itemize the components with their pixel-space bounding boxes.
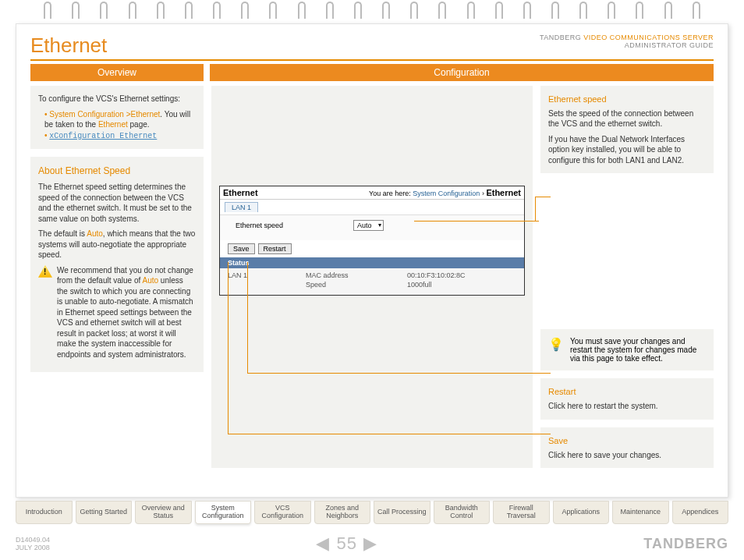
doc-info: D14049.04 JULY 2008 — [16, 536, 50, 551]
nav-call-processing[interactable]: Call Processing — [374, 501, 430, 524]
next-page-arrow[interactable]: ▶ — [363, 533, 377, 554]
ss-restart-button[interactable]: Restart — [258, 243, 292, 254]
page-header: Ethernet TANDBERG VIDEO COMMUNICATIONS S… — [30, 34, 714, 61]
ss-lan-tab[interactable]: LAN 1 — [225, 202, 258, 212]
nav-maintenance[interactable]: Maintenance — [612, 501, 669, 524]
prev-page-arrow[interactable]: ◀ — [316, 533, 330, 554]
configuration-column: Ethernet You are here: System Configurat… — [211, 86, 533, 468]
about-ethernet-speed: About Ethernet Speed The Ethernet speed … — [30, 157, 204, 372]
config-instructions: To configure the VCS's Ethernet settings… — [30, 86, 204, 149]
section-tabs: Overview Configuration — [30, 64, 714, 81]
callout-restart: Restart Click here to restart the system… — [540, 378, 714, 419]
cli-link-item[interactable]: xConfiguration Ethernet — [44, 130, 196, 142]
pager: ◀ 55 ▶ — [316, 533, 377, 554]
ss-title: Ethernet — [223, 188, 258, 197]
lightbulb-icon — [548, 337, 564, 353]
connector-line — [228, 262, 229, 434]
about-title: About Ethernet Speed — [38, 165, 196, 177]
brand-block: TANDBERG VIDEO COMMUNICATIONS SERVER ADM… — [540, 34, 714, 49]
nav-path-item: System Configuration >Ethernet. You will… — [44, 109, 196, 130]
callouts-column: Ethernet speed Sets the speed of the con… — [540, 86, 714, 468]
page-body: Ethernet TANDBERG VIDEO COMMUNICATIONS S… — [16, 23, 728, 498]
nav-appendices[interactable]: Appendices — [672, 501, 729, 524]
ss-status-grid: LAN 1 MAC address 00:10:F3:10:02:8C Spee… — [220, 268, 524, 295]
nav-introduction[interactable]: Introduction — [16, 501, 73, 524]
ss-status-bar: Status — [220, 257, 524, 268]
connector-line — [247, 373, 551, 374]
ss-breadcrumb: You are here: System Configuration › Eth… — [369, 188, 521, 197]
nav-vcs-configuration[interactable]: VCS Configuration — [254, 501, 311, 524]
callout-ethernet-speed: Ethernet speed Sets the speed of the con… — [540, 86, 714, 173]
ss-field-label: Ethernet speed — [236, 222, 283, 229]
nav-bandwidth-control[interactable]: Bandwidth Control — [434, 501, 491, 524]
footer: D14049.04 JULY 2008 ◀ 55 ▶ TANDBERG — [16, 533, 728, 554]
callout-save: Save Click here to save your changes. — [540, 427, 714, 468]
nav-getting-started[interactable]: Getting Started — [76, 501, 133, 524]
nav-overview-status[interactable]: Overview and Status — [135, 501, 192, 524]
connector-line — [535, 197, 551, 197]
ethernet-screenshot: Ethernet You are here: System Configurat… — [219, 186, 525, 296]
tab-configuration[interactable]: Configuration — [210, 64, 714, 81]
nav-zones-neighbors[interactable]: Zones and Neighbors — [314, 501, 371, 524]
tab-overview[interactable]: Overview — [30, 64, 204, 81]
bottom-nav: Introduction Getting Started Overview an… — [16, 501, 728, 524]
warning-text: We recommend that you do not change from… — [57, 265, 196, 360]
nav-firewall-traversal[interactable]: Firewall Traversal — [493, 501, 550, 524]
connector-line — [228, 434, 551, 434]
page-number: 55 — [336, 533, 356, 554]
spiral-binding — [0, 0, 744, 20]
callout-tip: You must save your changes and restart t… — [540, 329, 714, 370]
nav-system-configuration[interactable]: System Configuration — [195, 501, 252, 524]
footer-brand: TANDBERG — [643, 536, 728, 552]
ethernet-speed-select[interactable]: Auto — [353, 220, 384, 231]
warning-icon — [38, 265, 52, 278]
connector-line — [247, 262, 248, 373]
ss-save-button[interactable]: Save — [228, 243, 255, 254]
nav-applications[interactable]: Applications — [553, 501, 610, 524]
page-title: Ethernet — [30, 34, 107, 58]
overview-column: To configure the VCS's Ethernet settings… — [30, 86, 204, 468]
connector-line — [535, 197, 536, 221]
connector-line — [414, 221, 539, 222]
